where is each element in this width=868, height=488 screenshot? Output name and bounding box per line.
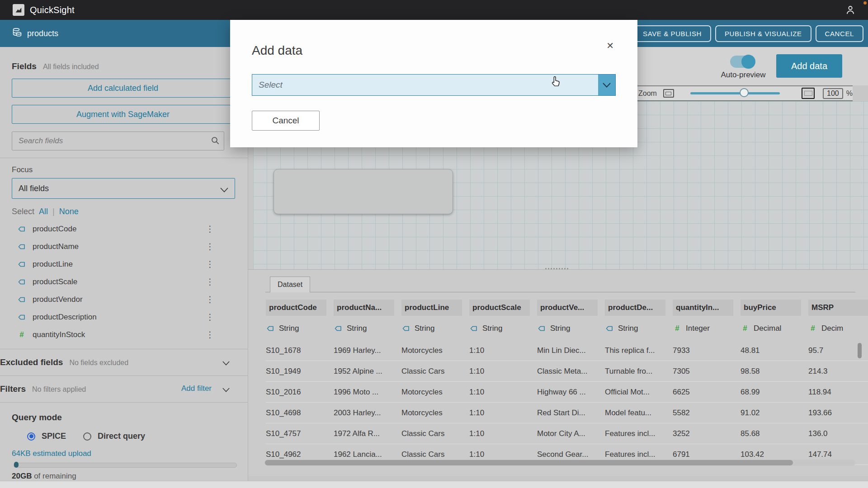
column-header-cell: buyPrice — [741, 300, 808, 316]
quicksight-data-prep-screen: QuickSight products SAVE & PUBLISH PUBLI… — [0, 0, 868, 488]
dataset-icon — [12, 27, 23, 40]
cancel-button[interactable]: CANCEL — [816, 25, 863, 42]
add-data-modal: Add data ✕ Select Cancel — [230, 20, 637, 147]
quicksight-logo-icon[interactable] — [13, 4, 24, 16]
publish-and-visualize-button[interactable]: PUBLISH & VISUALIZE — [715, 25, 811, 42]
field-name: productScale — [33, 277, 77, 286]
column-type-cell[interactable]: # String — [537, 324, 605, 333]
direct-query-radio-label[interactable]: Direct query — [98, 432, 145, 441]
column-header-cell: productScale — [469, 300, 537, 316]
column-header[interactable]: productLine — [401, 300, 462, 316]
column-header[interactable]: buyPrice — [741, 300, 801, 316]
search-fields-input[interactable] — [12, 131, 224, 150]
column-type-cell[interactable]: # Decimal — [741, 324, 808, 333]
field-list-item[interactable]: # productDescription ⋮ — [12, 308, 238, 326]
spice-radio-label[interactable]: SPICE — [42, 432, 66, 441]
field-list-item[interactable]: # productCode ⋮ — [12, 220, 238, 238]
column-type-cell[interactable]: # String — [469, 324, 537, 333]
focus-dropdown[interactable]: All fields — [12, 178, 235, 199]
column-type-cell[interactable]: # String — [334, 324, 401, 333]
column-type-icon: # — [808, 324, 817, 333]
field-menu-icon[interactable]: ⋮ — [206, 241, 214, 252]
column-header[interactable]: productVe... — [537, 300, 598, 316]
user-account-icon[interactable] — [844, 4, 856, 18]
select-none-link[interactable]: None — [59, 207, 79, 216]
save-and-publish-button[interactable]: SAVE & PUBLISH — [633, 25, 711, 42]
chevron-down-icon — [220, 186, 228, 194]
zoom-fit-small-icon[interactable] — [663, 89, 674, 98]
zoom-slider-thumb[interactable] — [740, 88, 749, 97]
field-name: productName — [33, 242, 79, 251]
table-row[interactable]: S10_1949 1952 Alpine ... Classic Cars 1:… — [266, 361, 868, 382]
field-menu-icon[interactable]: ⋮ — [206, 312, 214, 322]
vertical-scrollbar-thumb[interactable] — [858, 343, 862, 358]
column-header[interactable]: MSRP — [808, 300, 868, 316]
field-menu-icon[interactable]: ⋮ — [206, 329, 214, 340]
zoom-fit-screen-icon[interactable] — [802, 88, 815, 99]
chevron-down-icon[interactable] — [222, 359, 230, 367]
column-type-cell[interactable]: # String — [605, 324, 673, 333]
column-type-label: String — [347, 324, 367, 333]
auto-preview-label: Auto-preview — [718, 70, 768, 80]
field-list-item[interactable]: # productScale ⋮ — [12, 273, 238, 291]
field-menu-icon[interactable]: ⋮ — [206, 277, 214, 287]
column-type-label: String — [618, 324, 638, 333]
column-type-cell[interactable]: # String — [401, 324, 469, 333]
filters-section[interactable]: Filters No filters applied Add filter — [0, 376, 248, 402]
augment-with-sagemaker-button[interactable]: Augment with SageMaker — [12, 105, 234, 124]
dataset-tab[interactable]: Dataset — [270, 277, 310, 292]
column-header[interactable]: productNa... — [334, 300, 394, 316]
field-list-item[interactable]: # quantityInStock ⋮ — [12, 326, 238, 343]
field-type-icon: # — [17, 262, 26, 267]
chevron-down-icon[interactable] — [222, 386, 230, 394]
column-type-cell[interactable]: # Decim — [808, 324, 868, 333]
auto-preview-toggle[interactable] — [730, 56, 755, 68]
column-header-cell: quantityIn... — [673, 300, 741, 316]
field-menu-icon[interactable]: ⋮ — [206, 224, 214, 234]
column-type-label: String — [415, 324, 434, 333]
field-list-item[interactable]: # productName ⋮ — [12, 238, 238, 255]
horizontal-scrollbar-thumb[interactable] — [265, 460, 793, 465]
table-row[interactable]: S10_4757 1972 Alfa R... Classic Cars 1:1… — [266, 423, 868, 444]
focus-dropdown-value: All fields — [19, 184, 49, 193]
bottom-strip — [0, 481, 868, 488]
column-type-cell[interactable]: # String — [266, 324, 334, 333]
column-header[interactable]: productDe... — [605, 300, 665, 316]
column-type-cell[interactable]: # Integer — [673, 324, 741, 333]
column-header[interactable]: productScale — [469, 300, 530, 316]
add-calculated-field-button[interactable]: Add calculated field — [12, 79, 234, 98]
search-icon — [211, 136, 220, 147]
field-menu-icon[interactable]: ⋮ — [206, 259, 214, 269]
spice-capacity-bar — [14, 463, 237, 468]
spice-radio[interactable] — [27, 432, 35, 441]
horizontal-scrollbar[interactable] — [264, 460, 855, 466]
modal-cancel-button[interactable]: Cancel — [252, 111, 320, 131]
estimated-upload-link[interactable]: 64KB estimated upload — [0, 449, 248, 458]
zoom-slider[interactable] — [690, 92, 780, 94]
field-menu-icon[interactable]: ⋮ — [206, 294, 214, 305]
field-name: productVendor — [33, 295, 83, 304]
add-filter-link[interactable]: Add filter — [181, 384, 212, 393]
table-row[interactable]: S10_1678 1969 Harley... Motorcycles 1:10… — [266, 340, 868, 361]
add-data-button[interactable]: Add data — [776, 54, 842, 78]
table-row[interactable]: S10_2016 1996 Moto ... Motorcycles 1:10 … — [266, 382, 868, 403]
close-icon[interactable]: ✕ — [606, 40, 614, 51]
zoom-value[interactable]: 100 — [823, 88, 843, 99]
column-header[interactable]: quantityIn... — [673, 300, 733, 316]
column-header[interactable]: productCode — [266, 300, 326, 316]
zoom-label: Zoom — [638, 89, 657, 98]
column-type-icon: # — [334, 326, 343, 331]
select-chevron-button[interactable] — [598, 75, 615, 95]
table-row[interactable]: S10_4698 2003 Harley... Motorcycles 1:10… — [266, 403, 868, 423]
auto-preview-toggle-knob — [741, 55, 755, 69]
field-list-item[interactable]: # productLine ⋮ — [12, 255, 238, 273]
column-type-icon: # — [605, 326, 614, 331]
field-type-icon: # — [17, 297, 26, 302]
focus-label: Focus — [0, 165, 248, 174]
select-all-link[interactable]: All — [39, 207, 48, 216]
field-list-item[interactable]: # productVendor ⋮ — [12, 291, 238, 308]
dataset-node[interactable] — [274, 169, 453, 214]
excluded-fields-section[interactable]: Excluded fields No fields excluded — [0, 349, 248, 375]
column-type-icon: # — [469, 326, 478, 331]
direct-query-radio[interactable] — [83, 432, 91, 441]
